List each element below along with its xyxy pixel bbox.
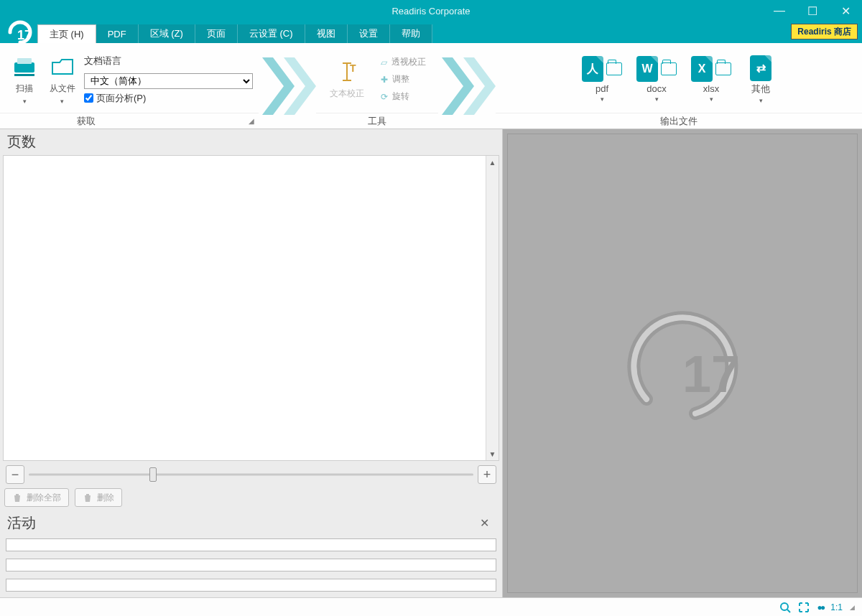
tab-cloud[interactable]: 云设置 (C) <box>238 24 305 43</box>
pdf-file-icon: 人 <box>582 56 603 82</box>
ribbon-tabs: 17 主页 (H) PDF 区域 (Z) 页面 云设置 (C) 视图 设置 帮助… <box>0 22 862 43</box>
tab-page[interactable]: 页面 <box>195 24 238 43</box>
rotate-icon: ⟳ <box>381 92 388 102</box>
svg-text:17: 17 <box>17 28 32 42</box>
svg-rect-1 <box>14 62 34 73</box>
dialog-launcher-acquire[interactable]: ◢ <box>249 117 259 125</box>
app-logo-icon: 17 <box>3 22 37 43</box>
progress-bar <box>6 559 496 571</box>
status-fit-width-icon[interactable]: ● ● <box>817 602 823 612</box>
pages-panel-title: 页数 <box>0 129 502 155</box>
scan-button[interactable]: 扫描 ▾ <box>6 49 44 110</box>
svg-text:T: T <box>350 62 356 74</box>
trash-icon <box>83 493 93 503</box>
adjust-icon: ✚ <box>381 75 388 85</box>
output-docx-button[interactable]: W docx▾ <box>631 56 682 103</box>
output-other-button[interactable]: ⇄ 其他▾ <box>741 55 781 104</box>
status-fit-icon[interactable] <box>798 602 810 613</box>
ribbon: 扫描 ▾ 从文件 ▾ 文档语言 中文（简体） 页面分析(P) 获取◢ <box>0 43 862 129</box>
status-zoom-ratio[interactable]: 1:1 <box>830 602 843 612</box>
minimize-button[interactable]: — <box>763 0 796 22</box>
swap-icon: ⇄ <box>750 55 771 81</box>
ribbon-group-output: 人 pdf▾ W docx▾ X xlsx▾ ⇄ <box>496 43 862 129</box>
zoom-out-button[interactable]: − <box>6 465 24 484</box>
adjust-button[interactable]: ✚调整 <box>378 72 429 88</box>
tab-pdf[interactable]: PDF <box>96 24 139 43</box>
zoom-in-button[interactable]: + <box>478 465 496 484</box>
ribbon-group-tools: T 文本校正 ▱透视校正 ✚调整 ⟳旋转 工具 <box>316 43 438 129</box>
rotate-button[interactable]: ⟳旋转 <box>378 89 429 105</box>
folder-icon <box>606 62 622 75</box>
svg-text:17: 17 <box>682 345 740 403</box>
folder-icon <box>715 62 731 75</box>
window-controls: — ☐ ✕ <box>763 0 862 22</box>
from-file-button[interactable]: 从文件 ▾ <box>44 49 82 110</box>
scroll-down-button[interactable]: ▼ <box>486 447 499 460</box>
watermark-logo-icon: 17 <box>603 299 761 428</box>
text-correction-label: 文本校正 <box>330 88 364 100</box>
status-resize-grip[interactable]: ◢ <box>850 604 855 611</box>
tab-settings[interactable]: 设置 <box>348 24 390 43</box>
delete-all-button[interactable]: 删除全部 <box>4 488 69 507</box>
main-area: 页数 ▲ ▼ − + 删除全部 删除 <box>0 129 862 597</box>
slider-thumb[interactable] <box>149 467 157 482</box>
language-select[interactable]: 中文（简体） <box>84 73 253 89</box>
text-cursor-icon: T <box>334 59 360 85</box>
output-xlsx-button[interactable]: X xlsx▾ <box>686 56 736 103</box>
svg-rect-2 <box>17 58 32 64</box>
output-pdf-button[interactable]: 人 pdf▾ <box>577 56 627 103</box>
progress-bar <box>6 579 496 592</box>
app-title: Readiris Corporate <box>391 6 470 17</box>
group-label-tools: 工具 <box>368 115 386 128</box>
tab-view[interactable]: 视图 <box>305 24 348 43</box>
thumbnails-scrollbar[interactable]: ▲ ▼ <box>486 156 499 460</box>
folder-icon <box>50 54 75 80</box>
progress-bar <box>6 538 496 551</box>
from-file-label: 从文件 <box>50 83 75 95</box>
page-analysis-input[interactable] <box>84 93 93 103</box>
scan-label: 扫描 <box>16 83 33 95</box>
chevron-separator-1 <box>259 43 316 129</box>
activity-list <box>0 536 502 597</box>
docx-file-icon: W <box>636 56 658 82</box>
tab-home[interactable]: 主页 (H) <box>37 24 96 43</box>
preview-frame[interactable]: 17 <box>507 134 858 593</box>
page-actions-row: 删除全部 删除 <box>0 485 502 510</box>
page-analysis-checkbox[interactable]: 页面分析(P) <box>84 92 253 105</box>
svg-rect-3 <box>14 74 34 76</box>
delete-button[interactable]: 删除 <box>75 488 122 507</box>
tab-zones[interactable]: 区域 (Z) <box>139 24 195 43</box>
folder-icon <box>661 62 677 75</box>
group-label-acquire: 获取 <box>77 115 96 128</box>
maximize-button[interactable]: ☐ <box>796 0 829 22</box>
store-button[interactable]: Readiris 商店 <box>791 24 858 39</box>
scanner-icon <box>11 54 37 80</box>
scroll-track[interactable] <box>486 169 499 447</box>
close-button[interactable]: ✕ <box>829 0 862 22</box>
perspective-icon: ▱ <box>381 57 387 67</box>
title-bar: Readiris Corporate — ☐ ✕ <box>0 0 862 22</box>
svg-point-6 <box>781 603 788 610</box>
svg-line-7 <box>787 610 790 612</box>
left-panel: 页数 ▲ ▼ − + 删除全部 删除 <box>0 129 503 597</box>
ribbon-group-acquire: 扫描 ▾ 从文件 ▾ 文档语言 中文（简体） 页面分析(P) 获取◢ <box>0 43 259 129</box>
status-bar: ● ● 1:1 ◢ <box>0 597 862 616</box>
activity-panel-title: 活动 ✕ <box>0 510 502 536</box>
preview-panel: 17 <box>503 129 862 597</box>
text-correction-button[interactable]: T 文本校正 <box>322 49 372 110</box>
trash-icon <box>12 493 22 503</box>
page-thumbnails[interactable]: ▲ ▼ <box>3 155 499 461</box>
group-label-output: 输出文件 <box>660 115 698 128</box>
lang-label: 文档语言 <box>84 55 253 67</box>
activity-close-button[interactable]: ✕ <box>474 516 495 530</box>
status-search-icon[interactable] <box>779 602 791 613</box>
tab-help[interactable]: 帮助 <box>390 24 432 43</box>
thumbnail-zoom-row: − + <box>3 464 499 485</box>
perspective-button[interactable]: ▱透视校正 <box>378 55 429 70</box>
scroll-up-button[interactable]: ▲ <box>486 156 499 169</box>
thumbnail-zoom-slider[interactable] <box>29 465 473 484</box>
chevron-separator-2 <box>438 43 496 129</box>
xlsx-file-icon: X <box>691 56 713 82</box>
